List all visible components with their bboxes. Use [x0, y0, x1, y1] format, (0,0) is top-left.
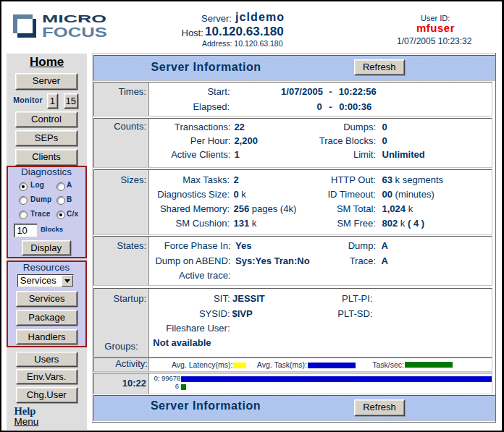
- svg-text:MICRO: MICRO: [42, 12, 107, 25]
- svg-text:FOCUS: FOCUS: [42, 25, 107, 40]
